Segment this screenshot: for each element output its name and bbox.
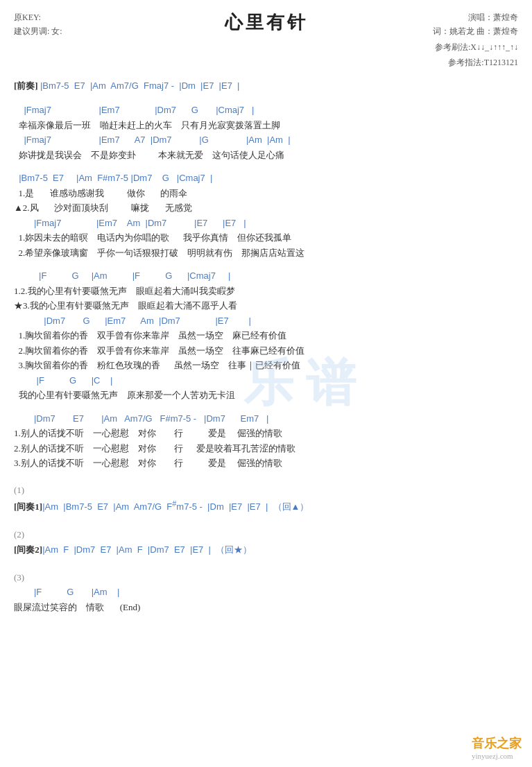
logo-url: yinyuezj.com xyxy=(472,752,522,760)
chorus-lyric2a: 1.胸坎留着你的香 双手曾有你来靠岸 虽然一场空 麻已经有价值 xyxy=(14,329,518,343)
prelude-chords: |Bm7-5 E7 |Am Am7/G Fmaj7 - |Dm |E7 |E7 … xyxy=(40,80,240,91)
verse2-chord2: |Fmaj7 |Em7 Am |Dm7 |E7 |E7 | xyxy=(14,216,518,230)
page: 乐 谱 原KEY: 建议男调: 女: 心里有针 演唱：萧煌奇 词：姚若龙 曲：萧… xyxy=(0,0,532,767)
verse2-lyric1b: ▲2.风 沙对面顶块刮 嘛拢 无感觉 xyxy=(14,201,518,215)
prelude-label: [前奏] xyxy=(14,80,38,91)
bridge-lyric2: 2.别人的话拢不听 一心慰慰 对你 行 爱是咬着耳孔苦涩的情歌 xyxy=(14,442,518,456)
suggested-key: 建议男调: 女: xyxy=(14,24,62,38)
header: 原KEY: 建议男调: 女: 心里有针 演唱：萧煌奇 词：姚若龙 曲：萧煌奇 参… xyxy=(14,10,518,35)
interlude2-line: [间奏2]|Am F |Dm7 E7 |Am F |Dm7 E7 |E7 | （… xyxy=(14,542,518,558)
interlude2-label: (2) xyxy=(14,527,518,542)
finger-tip: 参考指法:T1213121 xyxy=(433,55,518,69)
interlude2-bracket: [间奏2] xyxy=(14,544,42,555)
chorus-lyric3: 我的心里有针要嗫煞无声 原来那爱一个人苦劝无卡沮 xyxy=(14,388,518,402)
verse1-lyric2: 妳讲拢是我误会 不是妳变卦 本来就无爱 这句话使人足心痛 xyxy=(14,148,518,162)
verse1-chord2: |Fmaj7 |Em7 A7 |Dm7 |G |Am |Am | xyxy=(14,133,518,147)
bridge-lyric3: 3.别人的话拢不听 一心慰慰 对你 行 爱是 倔强的情歌 xyxy=(14,456,518,470)
singer: 演唱：萧煌奇 xyxy=(433,10,518,24)
interlude3-section: (3) |F G |Am | 眼屎流过笑容的 情歌 (End) xyxy=(14,570,518,614)
verse1-section: |Fmaj7 |Em7 |Dm7 G |Cmaj7 | 幸福亲像最后一班 啪赶未… xyxy=(14,103,518,162)
chorus-lyric2c: 3.胸坎留着你的香 粉红色玫瑰的香 虽然一场空 往事｜已经有价值 xyxy=(14,359,518,372)
interlude1-bracket: [间奏1] xyxy=(14,501,42,512)
verse1-lyric1: 幸福亲像最后一班 啪赶未赶上的火车 只有月光寂寞拨落置土脚 xyxy=(14,119,518,132)
logo-text: 音乐之家 xyxy=(472,736,522,750)
interlude2-chords: |Am F |Dm7 E7 |Am F |Dm7 E7 |E7 | （回★） xyxy=(42,544,252,555)
bridge-lyric1: 1.别人的话拢不听 一心慰慰 对你 行 爱是 倔强的情歌 xyxy=(14,426,518,440)
strum-tip: 参考刷法:X↓↓_↓↑↑↑_↑↓ xyxy=(433,40,518,54)
interlude1-section: (1) [间奏1]|Am |Bm7-5 E7 |Am Am7/G F#m7-5 … xyxy=(14,483,518,515)
lyricist: 词：姚若龙 曲：萧煌奇 xyxy=(433,24,518,38)
bridge-section: |Dm7 E7 |Am Am7/G F#m7-5 - |Dm7 Em7 | 1.… xyxy=(14,412,518,470)
chorus-chord3: |F G |C | xyxy=(14,374,518,388)
interlude3-label: (3) xyxy=(14,570,518,585)
interlude1-line: [间奏1]|Am |Bm7-5 E7 |Am Am7/G F#m7-5 - |D… xyxy=(14,498,518,515)
footer-logo: 音乐之家 yinyuezj.com xyxy=(472,735,522,760)
chorus-section: |F G |Am |F G |Cmaj7 | 1.2.我的心里有针要嗫煞无声 眼… xyxy=(14,269,518,402)
key-label: 原KEY: xyxy=(14,10,62,24)
verse2-lyric2b: 2.希望亲像玻璃窗 乎你一句话狠狠打破 明明就有伤 那搁店店站置这 xyxy=(14,246,518,260)
verse2-lyric1a: 1.是 谁感动感谢我 做你 的雨伞 xyxy=(14,187,518,200)
verse2-chord1: |Bm7-5 E7 |Am F#m7-5 |Dm7 G |Cmaj7 | xyxy=(14,171,518,185)
verse2-section: |Bm7-5 E7 |Am F#m7-5 |Dm7 G |Cmaj7 | 1.是… xyxy=(14,171,518,259)
meta-right: 演唱：萧煌奇 词：姚若龙 曲：萧煌奇 参考刷法:X↓↓_↓↑↑↑_↑↓ 参考指法… xyxy=(433,10,518,70)
meta-left: 原KEY: 建议男调: 女: xyxy=(14,10,62,39)
interlude3-lyric: 眼屎流过笑容的 情歌 (End) xyxy=(14,601,518,614)
interlude3-chord: |F G |Am | xyxy=(14,585,518,599)
chorus-lyric2b: 2.胸坎留着你的香 双手曾有你来靠岸 虽然一场空 往事麻已经有价值 xyxy=(14,344,518,358)
bridge-chord: |Dm7 E7 |Am Am7/G F#m7-5 - |Dm7 Em7 | xyxy=(14,412,518,426)
verse1-chord1: |Fmaj7 |Em7 |Dm7 G |Cmaj7 | xyxy=(14,103,518,117)
chorus-lyric1b: ★3.我的心里有针要嗫煞无声 眼眶起着大涌不愿乎人看 xyxy=(14,299,518,313)
prelude-line: [前奏] |Bm7-5 E7 |Am Am7/G Fmaj7 - |Dm |E7… xyxy=(14,78,518,94)
chorus-chord2: |Dm7 G |Em7 Am |Dm7 |E7 | xyxy=(14,314,518,328)
interlude1-chords: |Am |Bm7-5 E7 |Am Am7/G F#m7-5 - |Dm |E7… xyxy=(42,501,309,512)
chorus-lyric1a: 1.2.我的心里有针要嗫煞无声 眼眶起着大涌叫我卖睱梦 xyxy=(14,284,518,298)
verse2-lyric2a: 1.妳因未去的暗暝 电话内为你唱的歌 我乎你真情 但你还我孤单 xyxy=(14,231,518,245)
interlude2-section: (2) [间奏2]|Am F |Dm7 E7 |Am F |Dm7 E7 |E7… xyxy=(14,527,518,558)
chorus-chord1: |F G |Am |F G |Cmaj7 | xyxy=(14,269,518,283)
prelude-section: [前奏] |Bm7-5 E7 |Am Am7/G Fmaj7 - |Dm |E7… xyxy=(14,78,518,94)
interlude1-label: (1) xyxy=(14,483,518,498)
